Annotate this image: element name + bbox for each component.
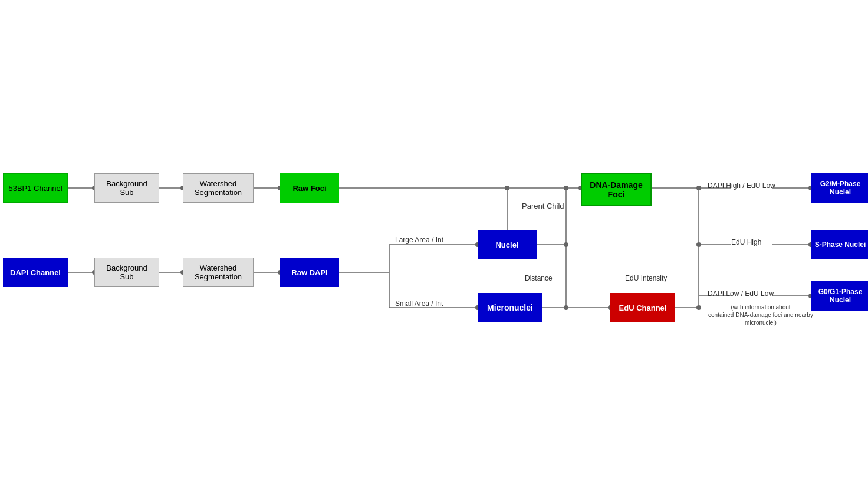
node-53bp1-channel: 53BP1 Channel [3, 173, 68, 203]
label-dapi-high-edu-low: DAPI High / EdU Low [708, 182, 775, 190]
node-watershed-1: WatershedSegmentation [183, 173, 254, 203]
node-raw-dapi: Raw DAPI [280, 258, 339, 287]
node-edu-channel: EdU Channel [610, 293, 675, 322]
node-g0g1-nuclei: G0/G1-PhaseNuclei [811, 281, 868, 311]
svg-point-36 [696, 305, 701, 310]
diagram: 53BP1 Channel BackgroundSub WatershedSeg… [0, 0, 868, 488]
node-dna-damage-foci: DNA-DamageFoci [581, 173, 652, 206]
node-micronuclei: Micronuclei [478, 293, 542, 322]
node-dapi-channel: DAPI Channel [3, 258, 68, 287]
node-g2m-nuclei: G2/M-PhaseNuclei [811, 173, 868, 203]
label-large-area-int: Large Area / Int [395, 236, 443, 244]
node-bg-sub-2: BackgroundSub [94, 258, 159, 287]
label-parent-child: Parent Child [522, 202, 564, 210]
label-with-info: (with information aboutcontained DNA-dam… [708, 304, 814, 327]
label-edu-intensity: EdU Intensity [625, 274, 667, 282]
svg-point-27 [564, 242, 568, 247]
label-distance: Distance [525, 274, 553, 282]
node-nuclei: Nuclei [478, 230, 537, 259]
node-watershed-2: WatershedSegmentation [183, 258, 254, 287]
node-s-phase-nuclei: S-Phase Nuclei [811, 230, 868, 259]
label-dapi-low-edu-low: DAPI Low / EdU Low [708, 289, 774, 298]
label-edu-high: EdU High [731, 238, 761, 246]
node-bg-sub-1: BackgroundSub [94, 173, 159, 203]
label-small-area-int: Small Area / Int [395, 299, 443, 308]
node-raw-foci: Raw Foci [280, 173, 339, 203]
svg-point-23 [505, 186, 509, 190]
